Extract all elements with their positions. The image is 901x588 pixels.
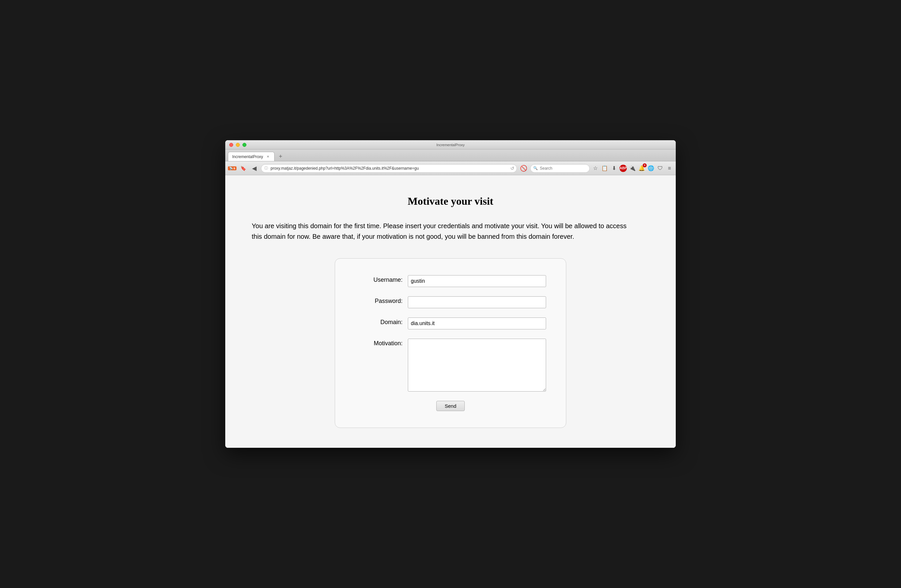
password-row: Password:: [355, 296, 546, 308]
notification-button[interactable]: 🔔 0: [638, 165, 645, 172]
maximize-button[interactable]: [242, 143, 246, 147]
username-label: Username:: [355, 275, 408, 284]
bookmark-icon: 🔖: [240, 166, 246, 171]
toolbar: 📡 6 🔖 ◀ ⓘ ↺ 🚫 🔍 ☆: [225, 161, 676, 175]
motivation-label: Motivation:: [355, 338, 408, 347]
globe-button[interactable]: 🌐: [647, 165, 655, 172]
block-icon: 🚫: [520, 165, 527, 172]
adblock-button[interactable]: ABP: [619, 165, 627, 172]
page-description: You are visiting this domain for the fir…: [252, 221, 635, 242]
rss-icon: 📡: [229, 167, 233, 170]
shield-icon: 🛡: [658, 165, 663, 171]
browser-window: IncrementalProxy IncrementalProxy ✕ + 📡 …: [225, 140, 676, 448]
address-bar[interactable]: [261, 164, 517, 173]
domain-label: Domain:: [355, 318, 408, 326]
traffic-lights: [229, 143, 246, 147]
address-bar-wrapper: ⓘ ↺: [261, 164, 517, 173]
search-bar-wrapper: 🔍: [530, 164, 590, 173]
page-content: Motivate your visit You are visiting thi…: [225, 175, 676, 448]
window-title: IncrementalProxy: [436, 143, 465, 147]
send-button[interactable]: Send: [436, 401, 465, 411]
menu-icon: ≡: [668, 165, 671, 171]
password-label: Password:: [355, 296, 408, 304]
back-button[interactable]: ◀: [250, 164, 259, 173]
motivation-row: Motivation:: [355, 338, 546, 391]
page-title: Motivate your visit: [252, 195, 649, 207]
globe-icon: 🌐: [648, 165, 654, 171]
extensions-icon: 🔌: [629, 165, 636, 171]
reader-mode-button[interactable]: 📋: [601, 165, 608, 172]
back-icon: ◀: [252, 165, 257, 172]
username-field[interactable]: [408, 275, 546, 287]
download-button[interactable]: ⬇: [610, 165, 617, 172]
domain-row: Domain:: [355, 318, 546, 329]
username-row: Username:: [355, 275, 546, 287]
password-field[interactable]: [408, 296, 546, 308]
bookmark-button[interactable]: 🔖: [238, 164, 248, 173]
rss-count: 6: [234, 167, 235, 170]
search-input[interactable]: [530, 164, 590, 173]
reader-icon: 📋: [601, 165, 608, 171]
adblock-icon: ABP: [619, 166, 627, 170]
block-button[interactable]: 🚫: [519, 164, 528, 173]
notification-count: 0: [643, 163, 647, 167]
shield-button[interactable]: 🛡: [656, 165, 664, 172]
reload-button[interactable]: ↺: [510, 166, 514, 171]
form-container: Username: Password: Domain: Motivation: …: [335, 258, 566, 428]
tab-bar: IncrementalProxy ✕ +: [225, 150, 676, 161]
rss-button[interactable]: 📡 6: [228, 166, 237, 170]
extensions-button[interactable]: 🔌: [629, 165, 636, 172]
submit-row: Send: [355, 401, 546, 411]
star-button[interactable]: ☆: [592, 165, 599, 172]
active-tab[interactable]: IncrementalProxy ✕: [228, 152, 274, 161]
download-icon: ⬇: [612, 165, 616, 171]
tab-close-button[interactable]: ✕: [266, 154, 270, 159]
domain-field[interactable]: [408, 318, 546, 329]
close-button[interactable]: [229, 143, 233, 147]
tab-label: IncrementalProxy: [232, 154, 263, 159]
menu-button[interactable]: ≡: [666, 165, 673, 172]
star-icon: ☆: [593, 165, 598, 171]
minimize-button[interactable]: [236, 143, 240, 147]
motivation-field[interactable]: [408, 338, 546, 391]
new-tab-button[interactable]: +: [276, 152, 285, 161]
title-bar: IncrementalProxy: [225, 140, 676, 150]
